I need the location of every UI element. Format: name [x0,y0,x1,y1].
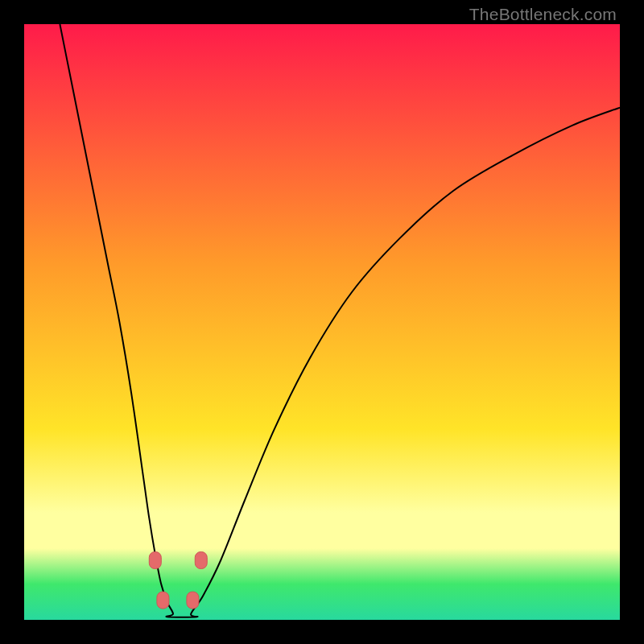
curve-markers [149,552,207,609]
curve-marker [157,592,169,609]
watermark-text: TheBottleneck.com [469,5,617,24]
curve-layer [24,24,620,620]
curve-marker [149,552,161,569]
curve-marker [195,552,207,569]
plot-area [24,24,620,620]
curve-marker [187,592,199,609]
bottleneck-curve [60,24,620,617]
